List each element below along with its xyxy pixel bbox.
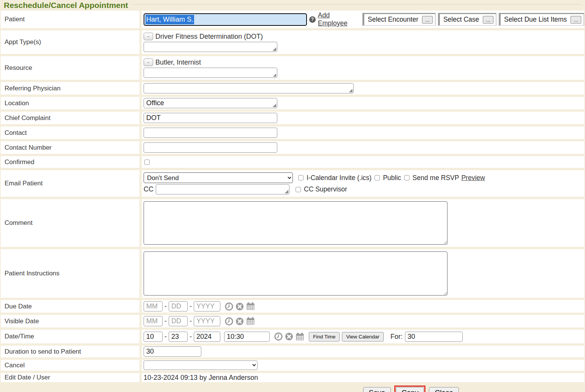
select-due-list-button[interactable]: ... (571, 16, 581, 24)
chief-complaint-input[interactable] (144, 113, 277, 123)
patient-input[interactable]: Hart, William S. (144, 13, 307, 26)
select-case-button[interactable]: ... (483, 16, 493, 24)
row-edit-date-user: Edit Date / User 10-23-2024 09:13 by Jen… (1, 373, 584, 383)
duration-input[interactable] (144, 346, 201, 357)
due-date-day-input[interactable] (169, 301, 188, 311)
row-visible-date: Visible Date - - (1, 315, 584, 330)
patient-instructions-label: Patient Instructions (1, 249, 142, 298)
due-date-year-input[interactable] (194, 301, 220, 311)
date-separator: - (164, 333, 167, 341)
legend-divider (132, 4, 581, 5)
for-duration-input[interactable] (405, 332, 463, 342)
row-date-time: Date/Time - - Find Time View Calendar Fo… (1, 330, 584, 346)
due-date-month-input[interactable] (144, 301, 163, 311)
referring-physician-input[interactable] (144, 83, 354, 93)
row-contact-number: Contact Number (1, 141, 584, 156)
date-time-month-input[interactable] (144, 332, 163, 342)
row-chief-complaint: Chief Complaint (1, 112, 584, 126)
patient-label: Patient (1, 11, 142, 28)
remove-resource-button[interactable]: - (144, 58, 153, 66)
visible-date-day-input[interactable] (169, 316, 188, 326)
row-cancel: Cancel (1, 360, 584, 373)
appt-type-selected: Driver Fitness Determination (DOT) (155, 33, 263, 41)
date-time-day-input[interactable] (169, 332, 188, 342)
calendar-icon[interactable] (296, 332, 304, 341)
date-time-time-input[interactable] (224, 332, 270, 342)
contact-number-label: Contact Number (1, 141, 142, 154)
form-header: Reschedule/Cancel Appointment (1, 0, 584, 11)
select-due-list-box: Select Due List Items ... (499, 13, 584, 26)
select-encounter-button[interactable]: ... (422, 16, 433, 24)
clear-date-icon[interactable] (236, 302, 244, 311)
preview-link[interactable]: Preview (461, 174, 485, 182)
date-time-year-input[interactable] (194, 332, 220, 342)
cc-label: CC (144, 185, 153, 193)
date-separator: - (190, 333, 192, 341)
row-comment: Comment (1, 199, 584, 249)
row-patient-instructions: Patient Instructions (1, 249, 584, 300)
email-patient-label: Email Patient (1, 170, 142, 197)
clear-date-icon[interactable] (285, 332, 293, 341)
duration-label: Duration to send to Patient (1, 346, 142, 357)
select-encounter-label: Select Encounter (368, 16, 418, 24)
copy-button[interactable]: Copy (396, 387, 424, 392)
add-employee-link[interactable]: Add Employee (318, 11, 359, 27)
rsvp-checkbox[interactable] (404, 175, 410, 180)
appt-type-input[interactable] (144, 42, 277, 52)
visible-date-year-input[interactable] (194, 316, 220, 326)
footer-bar: Save Copy Close (1, 383, 584, 392)
location-input[interactable] (144, 98, 277, 108)
resource-input[interactable] (144, 68, 277, 78)
resource-selected: Butler, Internist (155, 58, 201, 66)
clock-icon[interactable] (225, 317, 233, 326)
cc-supervisor-checkbox[interactable] (296, 187, 301, 192)
remove-appt-type-button[interactable]: - (144, 33, 153, 40)
close-button[interactable]: Close (429, 387, 459, 392)
date-separator: - (190, 317, 192, 325)
appointment-form: Reschedule/Cancel Appointment Patient Ha… (0, 0, 584, 392)
row-appt-types: Appt Type(s) - Driver Fitness Determinat… (1, 30, 584, 56)
contact-input[interactable] (144, 128, 277, 138)
date-separator: - (190, 302, 192, 310)
select-due-list-label: Select Due List Items (504, 16, 567, 24)
comment-textarea[interactable] (144, 201, 447, 245)
confirmed-label: Confirmed (1, 156, 142, 168)
referring-physician-label: Referring Physician (1, 82, 142, 95)
ical-invite-checkbox[interactable] (298, 175, 304, 180)
clock-icon[interactable] (274, 332, 283, 341)
contact-number-input[interactable] (144, 142, 277, 153)
email-send-select[interactable]: Don't Send (144, 172, 293, 183)
find-time-button[interactable]: Find Time (309, 332, 340, 341)
save-button[interactable]: Save (363, 387, 391, 392)
clear-date-icon[interactable] (236, 317, 244, 326)
due-date-label: Due Date (1, 300, 142, 313)
clock-icon[interactable] (225, 302, 233, 311)
calendar-icon[interactable] (246, 317, 255, 326)
row-location: Location (1, 97, 584, 112)
row-duration: Duration to send to Patient (1, 346, 584, 360)
edit-date-user-label: Edit Date / User (1, 373, 142, 382)
cancel-label: Cancel (1, 360, 142, 371)
calendar-icon[interactable] (246, 302, 255, 311)
help-icon[interactable]: ? (309, 16, 316, 23)
patient-instructions-textarea[interactable] (144, 251, 447, 296)
public-label: Public (383, 174, 401, 182)
row-patient: Patient Hart, William S. ? Add Employee … (1, 11, 584, 30)
contact-label: Contact (1, 126, 142, 139)
page-title: Reschedule/Cancel Appointment (4, 1, 128, 10)
chief-complaint-label: Chief Complaint (1, 112, 142, 124)
copy-highlight-box: Copy (394, 386, 425, 392)
patient-selected-text: Hart, William S. (145, 15, 194, 24)
comment-label: Comment (1, 199, 142, 247)
public-checkbox[interactable] (375, 175, 380, 180)
view-calendar-button[interactable]: View Calendar (342, 332, 384, 341)
select-case-label: Select Case (443, 16, 479, 24)
cancel-select[interactable] (144, 360, 258, 370)
row-email-patient: Email Patient Don't Send I-Calendar Invi… (1, 170, 584, 199)
select-encounter-box: Select Encounter ... (362, 13, 436, 26)
rsvp-label: Send me RSVP (413, 174, 459, 182)
confirmed-checkbox[interactable] (144, 160, 150, 165)
visible-date-month-input[interactable] (144, 316, 163, 326)
cc-input[interactable] (156, 184, 289, 194)
visible-date-label: Visible Date (1, 315, 142, 327)
